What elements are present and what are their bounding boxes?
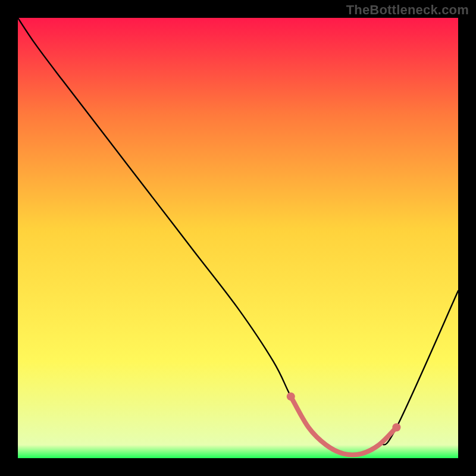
accent-endpoint-right (392, 423, 400, 431)
plot-svg (18, 18, 458, 458)
gradient-bg (18, 18, 458, 458)
chart-frame: TheBottleneck.com (0, 0, 476, 476)
accent-endpoint-left (287, 392, 295, 400)
watermark-text: TheBottleneck.com (346, 2, 469, 18)
plot-area (18, 18, 458, 458)
